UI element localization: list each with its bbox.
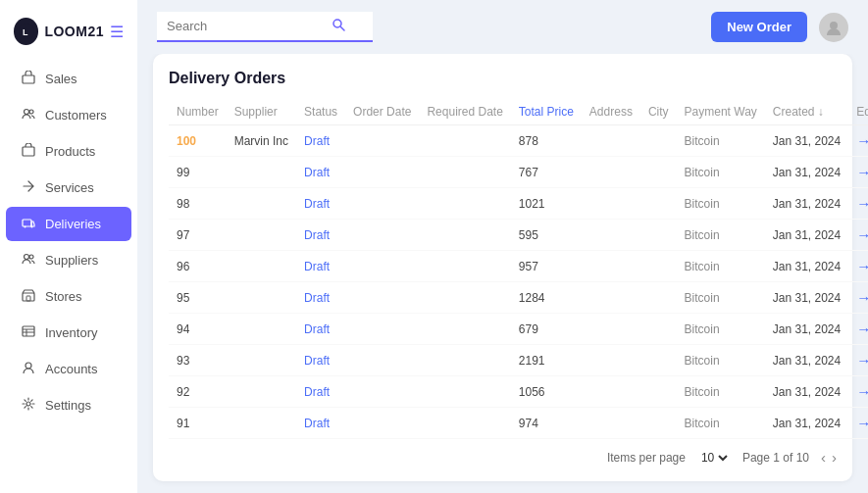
- sidebar-item-deliveries[interactable]: Deliveries: [6, 207, 131, 241]
- cell-edit[interactable]: →: [848, 408, 868, 439]
- cell-required-date: [419, 282, 510, 314]
- col-number: Number: [169, 99, 227, 125]
- cell-number: 92: [169, 376, 227, 408]
- items-per-page-select[interactable]: 10 25 50: [697, 450, 731, 466]
- sidebar-item-accounts[interactable]: Accounts: [6, 352, 131, 386]
- cell-payment-way: Bitcoin: [677, 345, 765, 376]
- svg-point-10: [29, 255, 33, 259]
- search-input[interactable]: [167, 19, 324, 33]
- table-row: 99 Draft 767 Bitcoin Jan 31, 2024 →: [169, 157, 868, 188]
- col-payment-way: Payment Way: [677, 99, 765, 125]
- cell-edit[interactable]: →: [848, 251, 868, 282]
- stores-icon: [20, 288, 37, 305]
- delivery-orders-table: Number Supplier Status Order Date Requir…: [169, 99, 868, 439]
- cell-required-date: [419, 125, 510, 157]
- sidebar-item-settings[interactable]: Settings: [6, 388, 131, 422]
- svg-point-7: [25, 226, 26, 228]
- sidebar-item-services[interactable]: Services: [6, 171, 131, 205]
- cell-status: Draft: [296, 314, 345, 345]
- sidebar-item-customers[interactable]: Customers: [6, 98, 131, 132]
- cell-number: 99: [169, 157, 227, 188]
- table-row: 91 Draft 974 Bitcoin Jan 31, 2024 →: [169, 408, 868, 439]
- cell-payment-way: Bitcoin: [677, 157, 765, 188]
- svg-point-4: [29, 110, 33, 114]
- cell-total-price: 595: [511, 220, 582, 251]
- customers-icon: [20, 107, 37, 123]
- cell-number: 94: [169, 314, 227, 345]
- cell-address: [582, 125, 640, 157]
- cell-payment-way: Bitcoin: [677, 125, 765, 157]
- cell-address: [582, 408, 640, 439]
- sidebar-label-inventory: Inventory: [45, 325, 97, 340]
- table-row: 100 Marvin Inc Draft 878 Bitcoin Jan 31,…: [169, 125, 868, 157]
- cell-created: Jan 31, 2024: [765, 282, 848, 314]
- cell-edit[interactable]: →: [848, 345, 868, 376]
- search-box[interactable]: [157, 12, 373, 42]
- topbar: New Order: [137, 0, 868, 54]
- col-city: City: [640, 99, 677, 125]
- cell-address: [582, 157, 640, 188]
- col-required-date: Required Date: [419, 99, 510, 125]
- sidebar-label-products: Products: [45, 144, 95, 159]
- cell-status: Draft: [296, 188, 345, 220]
- sidebar-item-inventory[interactable]: Inventory: [6, 316, 131, 350]
- cell-edit[interactable]: →: [848, 125, 868, 157]
- svg-rect-12: [26, 296, 30, 301]
- sidebar-item-stores[interactable]: Stores: [6, 279, 131, 314]
- cell-required-date: [419, 220, 510, 251]
- cell-created: Jan 31, 2024: [765, 376, 848, 408]
- col-created: Created ↓: [765, 99, 848, 125]
- sidebar-item-products[interactable]: Products: [6, 134, 131, 169]
- cell-edit[interactable]: →: [848, 157, 868, 188]
- cell-number: 96: [169, 251, 227, 282]
- col-edit: Edit: [848, 99, 868, 125]
- svg-point-17: [26, 363, 31, 369]
- cell-edit[interactable]: →: [848, 376, 868, 408]
- svg-rect-13: [23, 326, 34, 336]
- sidebar-label-sales: Sales: [45, 72, 77, 86]
- search-icon: [332, 18, 345, 34]
- settings-icon: [20, 397, 37, 414]
- cell-order-date: [345, 282, 419, 314]
- cell-edit[interactable]: →: [848, 188, 868, 220]
- cell-supplier: [227, 220, 296, 251]
- table-row: 92 Draft 1056 Bitcoin Jan 31, 2024 →: [169, 376, 868, 408]
- cell-edit[interactable]: →: [848, 220, 868, 251]
- items-per-page-label: Items per page: [607, 451, 686, 465]
- svg-point-19: [333, 20, 341, 27]
- cell-supplier: [227, 376, 296, 408]
- svg-point-8: [31, 226, 33, 228]
- cell-number: 95: [169, 282, 227, 314]
- cell-payment-way: Bitcoin: [677, 282, 765, 314]
- next-page-button[interactable]: ›: [832, 449, 837, 466]
- sidebar-item-sales[interactable]: Sales: [6, 62, 131, 96]
- new-order-button[interactable]: New Order: [711, 12, 807, 42]
- cell-payment-way: Bitcoin: [677, 314, 765, 345]
- cell-order-date: [345, 251, 419, 282]
- cell-order-date: [345, 220, 419, 251]
- cell-address: [582, 282, 640, 314]
- cell-supplier: [227, 188, 296, 220]
- cell-created: Jan 31, 2024: [765, 157, 848, 188]
- pagination-nav: ‹ ›: [821, 449, 837, 466]
- col-address: Address: [582, 99, 640, 125]
- cell-supplier: [227, 251, 296, 282]
- logo-text: LOOM21: [44, 24, 104, 39]
- cell-edit[interactable]: →: [848, 282, 868, 314]
- avatar: [819, 13, 848, 42]
- hamburger-icon[interactable]: ☰: [110, 23, 124, 41]
- sidebar-item-suppliers[interactable]: Suppliers: [6, 243, 131, 277]
- logo-icon: L: [14, 18, 38, 45]
- col-status: Status: [296, 99, 345, 125]
- prev-page-button[interactable]: ‹: [821, 449, 826, 466]
- cell-status: Draft: [296, 408, 345, 439]
- cell-city: [640, 251, 677, 282]
- cell-status: Draft: [296, 157, 345, 188]
- table-footer: Items per page 10 25 50 Page 1 of 10 ‹ ›: [169, 439, 837, 466]
- svg-point-9: [25, 255, 29, 260]
- cell-edit[interactable]: →: [848, 314, 868, 345]
- svg-rect-2: [23, 75, 34, 83]
- inventory-icon: [20, 324, 37, 341]
- cell-address: [582, 345, 640, 376]
- cell-total-price: 679: [511, 314, 582, 345]
